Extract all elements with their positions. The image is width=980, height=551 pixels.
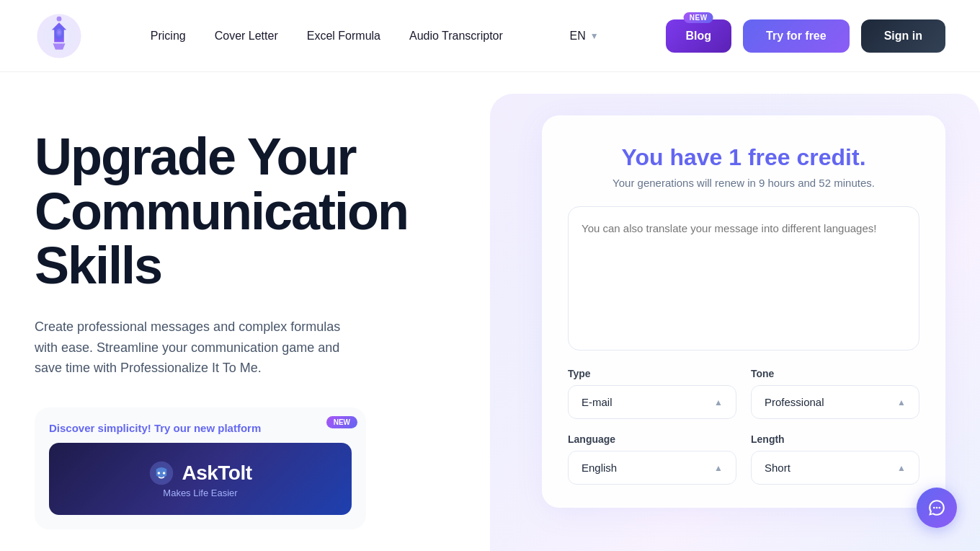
length-select[interactable]: Short ▲ [751, 451, 919, 485]
blog-button[interactable]: New Blog [666, 19, 732, 53]
type-select-wrapper: E-mail ▲ [568, 385, 736, 419]
form-subtitle: Your generations will renew in 9 hours a… [568, 177, 919, 189]
try-for-free-button[interactable]: Try for free [743, 19, 850, 53]
sign-in-button[interactable]: Sign in [861, 19, 945, 53]
language-select[interactable]: English ▲ [568, 451, 736, 485]
nav-item-cover-letter[interactable]: Cover Letter [215, 30, 278, 43]
length-chevron-icon: ▲ [897, 463, 906, 473]
language-selector[interactable]: EN ▼ [570, 30, 599, 43]
language-group: Language English ▲ [568, 433, 736, 485]
nav-item-excel-formula[interactable]: Excel Formula [307, 30, 380, 43]
logo[interactable] [35, 12, 84, 61]
svg-point-7 [938, 507, 940, 509]
language-length-row: Language English ▲ Length Short ▲ [568, 433, 919, 485]
tone-chevron-icon: ▲ [897, 397, 906, 407]
hero-left: Upgrade Your Communication Skills Create… [35, 115, 453, 529]
discover-card[interactable]: New Discover simplicity! Try our new pla… [35, 407, 366, 529]
asktolt-logo: AskTolt Makes Life Easier [148, 460, 251, 498]
tone-group: Tone Professional ▲ [751, 368, 919, 419]
navigation: Pricing Cover Letter Excel Formula Audio… [0, 0, 980, 72]
blog-new-badge: New [684, 12, 713, 23]
form-panel: You have 1 free credit. Your generations… [542, 115, 945, 508]
tone-label: Tone [751, 368, 919, 379]
svg-point-3 [158, 472, 161, 475]
message-input[interactable] [568, 206, 919, 351]
chat-fab-button[interactable] [917, 488, 957, 528]
type-select[interactable]: E-mail ▲ [568, 385, 736, 419]
type-label: Type [568, 368, 736, 379]
nav-actions: New Blog Try for free Sign in [666, 19, 945, 53]
language-select-wrapper: English ▲ [568, 451, 736, 485]
discover-banner[interactable]: AskTolt Makes Life Easier [49, 443, 352, 515]
length-label: Length [751, 433, 919, 445]
svg-point-4 [163, 472, 166, 475]
tone-select[interactable]: Professional ▲ [751, 385, 919, 419]
type-group: Type E-mail ▲ [568, 368, 736, 419]
hero-title: Upgrade Your Communication Skills [35, 130, 453, 294]
svg-point-1 [57, 16, 62, 21]
language-chevron-icon: ▲ [714, 463, 723, 473]
lang-label: EN [570, 30, 586, 43]
nav-links: Pricing Cover Letter Excel Formula Audio… [151, 30, 503, 43]
length-group: Length Short ▲ [751, 433, 919, 485]
form-title: You have 1 free credit. [568, 144, 919, 171]
language-label: Language [568, 433, 736, 445]
nav-item-pricing[interactable]: Pricing [151, 30, 186, 43]
type-tone-row: Type E-mail ▲ Tone Professional ▲ [568, 368, 919, 419]
hero-section: Upgrade Your Communication Skills Create… [0, 72, 980, 551]
discover-new-badge: New [326, 416, 357, 428]
nav-item-audio-transcriptor[interactable]: Audio Transcriptor [409, 30, 503, 43]
discover-label: Discover simplicity! Try our new platfor… [49, 422, 352, 434]
svg-point-5 [933, 507, 935, 509]
asktolt-tagline: Makes Life Easier [163, 488, 237, 498]
hero-right: You have 1 free credit. Your generations… [496, 115, 945, 508]
hero-subtitle: Create professional messages and complex… [35, 317, 366, 379]
tone-select-wrapper: Professional ▲ [751, 385, 919, 419]
lang-chevron-icon: ▼ [590, 31, 599, 41]
length-select-wrapper: Short ▲ [751, 451, 919, 485]
svg-point-6 [936, 507, 938, 509]
asktolt-name: AskTolt [182, 462, 251, 485]
type-chevron-icon: ▲ [714, 397, 723, 407]
